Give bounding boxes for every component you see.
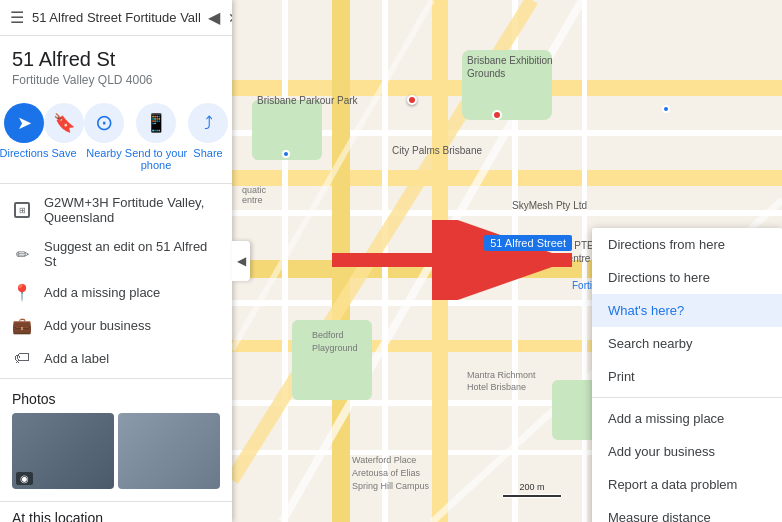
directions-button[interactable]: ➤ Directions [4, 103, 44, 171]
collapse-handle[interactable]: ◀ [232, 241, 250, 281]
place-address: Fortitude Valley QLD 4006 [0, 73, 232, 95]
road-h6 [232, 210, 782, 216]
photos-section-title: Photos [0, 379, 232, 413]
close-icon[interactable]: ✕ [228, 10, 232, 26]
marker-2 [492, 110, 502, 120]
pin-dot [518, 250, 538, 270]
share-button[interactable]: ⤴ Share [188, 103, 228, 171]
send-to-phone-button[interactable]: 📱 Send to your phone [124, 103, 188, 171]
place-name: 51 Alfred St [12, 48, 220, 71]
at-location-title: At this location [12, 510, 220, 522]
plus-code-icon: ⊞ [14, 202, 30, 218]
ctx-add-business[interactable]: Add your business [592, 435, 782, 468]
road-h2 [232, 170, 782, 186]
add-missing-label: Add a missing place [44, 285, 160, 300]
place-title-section: 51 Alfred St [0, 36, 232, 71]
info-list: ⊞ G2WM+3H Fortitude Valley, Queensland ✏… [0, 184, 232, 379]
road-v6 [582, 0, 587, 522]
edit-icon: ✏ [12, 245, 32, 264]
road-v4 [382, 0, 388, 522]
road-v2 [432, 0, 448, 522]
at-location-section: At this location 20Cube Logistics Pvt. L… [0, 501, 232, 522]
nearby-button[interactable]: ⊙ Nearby [84, 103, 124, 171]
phone-icon: 📱 [136, 103, 176, 143]
search-input[interactable] [32, 10, 200, 25]
photo-thumb-2[interactable] [118, 413, 220, 489]
marker-1 [407, 95, 417, 105]
scale-bar: 200 m [502, 482, 562, 498]
photo-thumb-1[interactable]: ◉ [12, 413, 114, 489]
label-icon: 🏷 [12, 349, 32, 367]
search-bar: ☰ ◀ ✕ [0, 0, 232, 36]
directions-icon: ➤ [4, 103, 44, 143]
business-icon: 💼 [12, 316, 32, 335]
ctx-search-nearby[interactable]: Search nearby [592, 327, 782, 360]
share-label: Share [193, 147, 222, 159]
save-label: Save [51, 147, 76, 159]
ctx-measure[interactable]: Measure distance [592, 501, 782, 522]
ctx-divider [592, 397, 782, 398]
action-buttons: ➤ Directions 🔖 Save ⊙ Nearby 📱 Send to y… [0, 95, 232, 184]
add-label-label: Add a label [44, 351, 109, 366]
collapse-panel-icon[interactable]: ◀ [208, 8, 220, 27]
road-v1 [332, 0, 350, 522]
save-button[interactable]: 🔖 Save [44, 103, 84, 171]
ctx-directions-from[interactable]: Directions from here [592, 228, 782, 261]
plus-code-value: G2WM+3H Fortitude Valley, Queensland [44, 195, 220, 225]
photo-row: ◉ [0, 413, 232, 501]
ctx-add-missing[interactable]: Add a missing place [592, 402, 782, 435]
save-icon: 🔖 [44, 103, 84, 143]
ctx-report[interactable]: Report a data problem [592, 468, 782, 501]
map-container[interactable]: Brisbane Parkour Park Brisbane Exhibitio… [232, 0, 782, 522]
marker-4 [662, 105, 670, 113]
suggest-edit-label: Suggest an edit on 51 Alfred St [44, 239, 220, 269]
directions-label: Directions [0, 147, 48, 159]
road-v3 [282, 0, 288, 522]
hamburger-icon[interactable]: ☰ [10, 8, 24, 27]
nearby-icon: ⊙ [84, 103, 124, 143]
add-business-label: Add your business [44, 318, 151, 333]
ctx-directions-to[interactable]: Directions to here [592, 261, 782, 294]
map-pin[interactable]: 51 Alfred Street [484, 235, 572, 267]
ctx-print[interactable]: Print [592, 360, 782, 393]
add-business-item[interactable]: 💼 Add your business [0, 309, 232, 342]
marker-3 [282, 150, 290, 158]
add-missing-item[interactable]: 📍 Add a missing place [0, 276, 232, 309]
nearby-label: Nearby [86, 147, 121, 159]
missing-place-icon: 📍 [12, 283, 32, 302]
ctx-whats-here[interactable]: What's here? [592, 294, 782, 327]
plus-code-item[interactable]: ⊞ G2WM+3H Fortitude Valley, Queensland [0, 188, 232, 232]
park-2 [462, 50, 552, 120]
pin-label: 51 Alfred Street [484, 235, 572, 251]
send-to-phone-label: Send to your phone [124, 147, 188, 171]
context-menu: Directions from here Directions to here … [592, 228, 782, 522]
add-label-item[interactable]: 🏷 Add a label [0, 342, 232, 374]
left-panel: ☰ ◀ ✕ ◀ ▶ 51 Alfred St Fortitude [0, 0, 232, 522]
suggest-edit-item[interactable]: ✏ Suggest an edit on 51 Alfred St [0, 232, 232, 276]
park-3 [292, 320, 372, 400]
share-icon: ⤴ [188, 103, 228, 143]
